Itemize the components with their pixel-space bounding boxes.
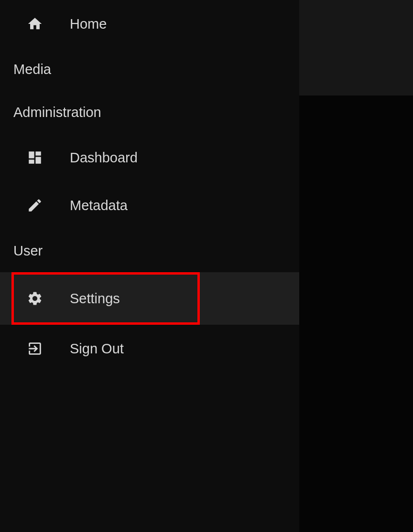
- nav-item-signout[interactable]: Sign Out: [0, 325, 299, 372]
- nav-item-metadata[interactable]: Metadata: [0, 181, 299, 229]
- exit-icon: [27, 340, 43, 357]
- gear-icon: [27, 290, 43, 307]
- sidebar: Home Media Administration Dashboard Meta…: [0, 0, 299, 532]
- nav-item-label: Sign Out: [70, 341, 124, 357]
- section-header-media: Media: [0, 48, 299, 91]
- nav-item-label: Metadata: [70, 198, 128, 213]
- section-header-administration: Administration: [0, 91, 299, 134]
- pencil-icon: [27, 197, 43, 213]
- home-icon: [27, 16, 43, 32]
- nav-item-settings[interactable]: Settings: [11, 272, 200, 325]
- nav-item-dashboard[interactable]: Dashboard: [0, 134, 299, 181]
- section-header-user: User: [0, 229, 299, 272]
- content-panel: [299, 0, 413, 532]
- content-panel-header: [299, 0, 413, 96]
- nav-item-label: Home: [70, 16, 107, 32]
- nav-item-label: Settings: [70, 291, 120, 307]
- nav-item-home[interactable]: Home: [0, 0, 299, 48]
- nav-item-label: Dashboard: [70, 150, 138, 166]
- dashboard-icon: [27, 149, 43, 166]
